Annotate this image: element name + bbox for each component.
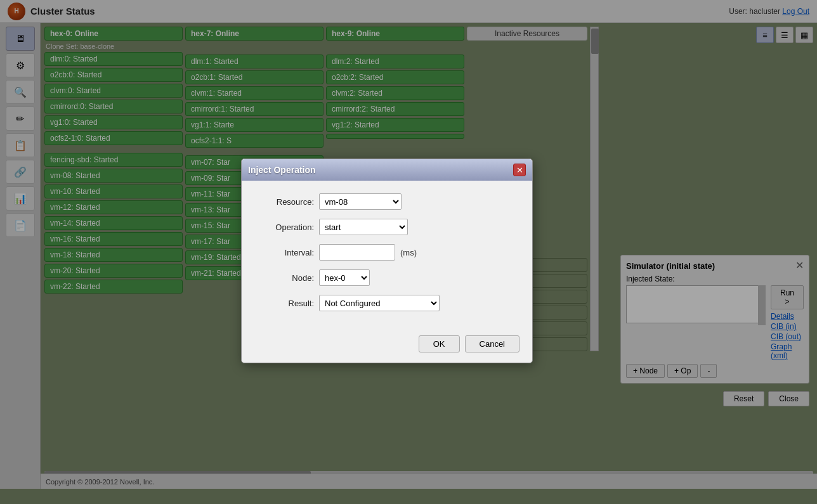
result-label: Result:: [257, 299, 314, 308]
node-row: Node: hex-0 hex-7 hex-9: [257, 269, 517, 286]
cancel-button[interactable]: Cancel: [465, 335, 520, 352]
operation-label: Operation:: [257, 223, 314, 232]
operation-row: Operation: start stop monitor: [257, 219, 517, 235]
dialog-titlebar: Inject Operation ✕: [242, 159, 532, 181]
inject-dialog: Inject Operation ✕ Resource: vm-08 vm-07…: [241, 158, 533, 363]
interval-input[interactable]: [319, 244, 395, 261]
dialog-footer: OK Cancel: [242, 330, 532, 363]
modal-overlay: Inject Operation ✕ Resource: vm-08 vm-07…: [0, 0, 817, 504]
result-select[interactable]: Not Configured 0 (Success) 1 (Error) 7 (…: [319, 295, 440, 311]
result-row: Result: Not Configured 0 (Success) 1 (Er…: [257, 295, 517, 311]
dialog-title: Inject Operation: [248, 165, 316, 175]
resource-label: Resource:: [257, 197, 314, 207]
dialog-body: Resource: vm-08 vm-07 vm-09 vm-10 Operat…: [242, 181, 532, 330]
interval-row: Interval: (ms): [257, 244, 517, 261]
resource-select[interactable]: vm-08 vm-07 vm-09 vm-10: [319, 193, 402, 210]
ms-label: (ms): [400, 248, 417, 257]
ok-button[interactable]: OK: [419, 335, 460, 352]
resource-row: Resource: vm-08 vm-07 vm-09 vm-10: [257, 193, 517, 210]
node-select[interactable]: hex-0 hex-7 hex-9: [319, 269, 370, 286]
node-label: Node:: [257, 273, 314, 283]
interval-label: Interval:: [257, 248, 314, 257]
operation-select[interactable]: start stop monitor: [319, 219, 408, 235]
dialog-close-button[interactable]: ✕: [513, 164, 526, 176]
